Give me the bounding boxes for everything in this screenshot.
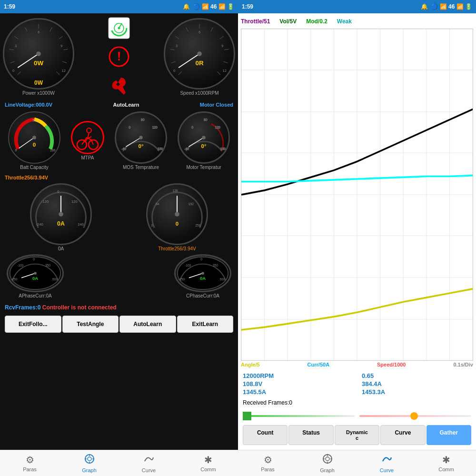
auto-learn-btn[interactable]: AutoLearn xyxy=(119,316,176,333)
tab-dynamic[interactable]: Dynamicc xyxy=(335,425,379,445)
current-gauge-container: -240 -120 0 120 240 0A 0A xyxy=(30,183,92,251)
right-status-bar: 1:59 🔔 🔵 📶 46 📶 🔋 xyxy=(238,0,476,13)
svg-line-9 xyxy=(62,61,67,63)
right-graph-icon xyxy=(322,454,333,466)
power-label: Power x1000W xyxy=(22,90,55,96)
svg-text:64: 64 xyxy=(156,202,159,206)
sliders-row xyxy=(241,409,473,423)
right-nav-curve[interactable]: Curve xyxy=(357,450,416,476)
tab-status[interactable]: Status xyxy=(288,425,333,445)
svg-text:80: 80 xyxy=(204,118,208,121)
exit-learn-btn[interactable]: ExitLearn xyxy=(177,316,234,333)
svg-text:0°: 0° xyxy=(139,143,144,149)
throttle-gauge-label: Throttle256/3.94V xyxy=(158,246,196,251)
pink-slider[interactable] xyxy=(359,412,471,420)
svg-text:0: 0 xyxy=(173,69,175,73)
stats-grid: 12000RPM 0.65 108.8V 384.4A 1345.5A 1453… xyxy=(241,368,473,399)
phase-row: -250-100 0350 600 0A APhaseCurr:0A xyxy=(3,253,235,299)
svg-text:600: 600 xyxy=(52,278,58,281)
curve-icon-left xyxy=(144,454,154,466)
comm-icon-left: ✱ xyxy=(204,454,212,466)
right-content: Throttle/51 Vol/5V Mod/0.2 Weak xyxy=(238,13,476,450)
legend-weak: Weak xyxy=(337,18,352,25)
mos-gauge-container: -40 0 80 120 160 0° MOS Temprature xyxy=(115,111,167,170)
svg-point-77 xyxy=(59,212,63,217)
svg-line-34 xyxy=(224,49,228,50)
legend-throttle: Throttle/51 xyxy=(241,18,270,25)
tab-count[interactable]: Count xyxy=(243,425,288,445)
svg-text:240: 240 xyxy=(78,222,84,227)
tab-gather[interactable]: Gather xyxy=(426,425,471,445)
exit-follow-btn[interactable]: ExitFollo... xyxy=(5,316,61,333)
stat-rpm: 12000RPM xyxy=(243,372,352,379)
left-content: 0W 0 12 6 3 9 0W Power x1000W xyxy=(0,13,238,450)
tab-curve[interactable]: Curve xyxy=(380,425,425,445)
svg-point-18 xyxy=(36,51,41,56)
left-nav-paras[interactable]: ⚙ Paras xyxy=(0,450,60,476)
svg-text:50: 50 xyxy=(32,119,36,122)
svg-line-0 xyxy=(18,71,21,75)
svg-text:192: 192 xyxy=(188,202,194,206)
svg-text:0: 0 xyxy=(12,69,14,73)
orange-thumb xyxy=(410,412,418,420)
right-graph-label: Graph xyxy=(320,467,335,473)
tool-icon-box xyxy=(107,73,131,97)
svg-text:-250: -250 xyxy=(11,278,18,281)
svg-text:600: 600 xyxy=(220,278,225,281)
svg-line-8 xyxy=(63,49,68,50)
label-speed: Speed/1000 xyxy=(377,362,406,367)
test-angle-btn[interactable]: TestAngle xyxy=(62,316,119,333)
svg-line-6 xyxy=(50,27,52,31)
right-nav-graph[interactable]: Graph xyxy=(298,450,357,476)
gauges-row2: 0 0 50 100 Batt Capacity xyxy=(3,111,235,170)
paras-label: Paras xyxy=(23,466,37,472)
power-gauge: 0W 0 12 6 3 9 0W xyxy=(3,18,74,89)
svg-point-50 xyxy=(32,136,36,139)
svg-text:-120: -120 xyxy=(41,199,49,204)
line-voltage: LineVoltage:000.0V xyxy=(5,102,52,108)
svg-text:0: 0 xyxy=(57,189,59,194)
graph-label-left: Graph xyxy=(82,467,97,473)
label-curr: Curr/50A xyxy=(307,362,329,367)
svg-line-33 xyxy=(220,36,224,39)
svg-text:-100: -100 xyxy=(185,264,191,267)
svg-text:0A: 0A xyxy=(32,276,38,281)
left-nav-curve[interactable]: Curve xyxy=(119,450,178,476)
stat-current: 1345.5A xyxy=(243,388,352,396)
motor-temp-gauge: -40 0 80 120 160 0° xyxy=(178,111,230,164)
left-panel: 1:59 🔔 🔵 📶 46 📶 🔋 xyxy=(0,0,238,476)
svg-text:0: 0 xyxy=(200,258,202,261)
chart-legend: Throttle/51 Vol/5V Mod/0.2 Weak xyxy=(241,16,473,27)
mos-gauge: -40 0 80 120 160 0° xyxy=(115,111,167,164)
svg-point-69 xyxy=(202,136,206,139)
svg-text:256: 256 xyxy=(195,224,200,227)
left-nav-graph[interactable]: Graph xyxy=(60,450,119,476)
svg-text:0A: 0A xyxy=(57,220,65,227)
aphase-label: APhaseCurr:0A xyxy=(19,293,51,298)
svg-text:6: 6 xyxy=(38,30,40,33)
aphase-gauge: -250-100 0350 600 0A xyxy=(7,254,64,292)
svg-text:160: 160 xyxy=(158,147,163,150)
speed-gauge: 0R 0 12 6 3 9 xyxy=(164,18,235,89)
green-slider[interactable] xyxy=(243,412,355,420)
svg-line-32 xyxy=(211,27,213,31)
left-nav-comm[interactable]: ✱ Comm xyxy=(178,450,238,476)
svg-line-30 xyxy=(186,27,188,31)
cphase-label: CPhaseCurr:0A xyxy=(186,293,219,298)
error-msg: Controller is not connected xyxy=(42,304,117,311)
svg-line-4 xyxy=(25,27,27,31)
right-time: 1:59 xyxy=(242,3,253,10)
right-nav-comm[interactable]: ✱ Comm xyxy=(416,450,476,476)
graph-icon-left xyxy=(84,454,95,466)
power-value: 0W xyxy=(4,79,73,86)
right-nav-paras[interactable]: ⚙ Paras xyxy=(238,450,298,476)
svg-text:12: 12 xyxy=(223,69,227,73)
label-angle: Angle/5 xyxy=(241,362,260,367)
right-panel: 1:59 🔔 🔵 📶 46 📶 🔋 Throttle/51 Vol/5V Mod… xyxy=(238,0,476,476)
speed-gauge-container: 0R 0 12 6 3 9 Speed x1000RPM xyxy=(164,18,235,96)
green-thumb xyxy=(243,412,251,420)
status-row: LineVoltage:000.0V AutoLearn Motor Close… xyxy=(3,100,235,109)
throttle-gauge: 0 64 128 192 256 0 xyxy=(146,183,208,245)
svg-point-85 xyxy=(175,212,179,217)
speed-icon-box xyxy=(107,16,131,40)
